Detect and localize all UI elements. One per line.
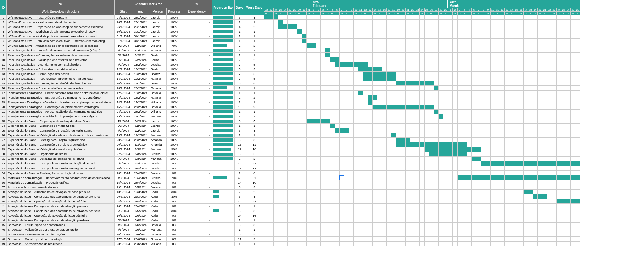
gantt-cell[interactable] <box>452 48 457 53</box>
gantt-cell[interactable] <box>372 57 377 62</box>
cell-workdays[interactable]: 5 <box>245 76 264 81</box>
gantt-cell[interactable] <box>481 171 486 175</box>
gantt-cell[interactable] <box>330 175 335 180</box>
gantt-cell[interactable] <box>514 24 519 29</box>
gantt-cell[interactable] <box>368 223 372 227</box>
gantt-cell[interactable] <box>547 213 552 218</box>
gantt-cell[interactable] <box>415 147 419 152</box>
gantt-cell[interactable] <box>523 24 528 29</box>
gantt-cell[interactable] <box>542 223 547 227</box>
gantt-cell[interactable] <box>273 152 278 156</box>
cell-days[interactable]: 1 <box>235 86 245 90</box>
cell-start[interactable]: 10/4/2024 <box>115 166 132 171</box>
gantt-cell[interactable] <box>523 123 528 128</box>
gantt-cell[interactable] <box>566 241 570 246</box>
gantt-cell[interactable] <box>519 156 523 161</box>
gantt-cell[interactable] <box>448 24 452 29</box>
gantt-cell[interactable] <box>320 194 325 199</box>
gantt-cell[interactable] <box>349 194 353 199</box>
cell-person[interactable]: Mariana <box>149 114 167 119</box>
gantt-cell[interactable] <box>561 20 566 24</box>
cell-id[interactable]: 32 <box>0 161 7 166</box>
gantt-cell[interactable] <box>297 218 302 223</box>
gantt-cell[interactable] <box>335 95 339 100</box>
gantt-cell[interactable] <box>325 100 330 105</box>
gantt-cell[interactable] <box>292 232 297 237</box>
gantt-cell[interactable] <box>429 105 434 109</box>
cell-id[interactable]: 18 <box>0 95 7 100</box>
gantt-cell[interactable] <box>335 53 339 57</box>
gantt-cell[interactable] <box>283 137 287 142</box>
gantt-cell[interactable] <box>396 29 401 34</box>
gantt-cell[interactable] <box>570 232 575 237</box>
gantt-cell[interactable] <box>504 241 509 246</box>
gantt-cell[interactable] <box>316 76 320 81</box>
gantt-cell[interactable] <box>377 48 382 53</box>
gantt-cell[interactable] <box>306 34 311 39</box>
gantt-cell[interactable] <box>443 213 448 218</box>
cell-end[interactable]: 7/2/2024 <box>132 57 149 62</box>
gantt-cell[interactable] <box>264 241 269 246</box>
gantt-cell[interactable] <box>476 152 481 156</box>
gantt-cell[interactable] <box>424 241 429 246</box>
cell-wbs[interactable]: Experiência do Stand – Acompanhamento da… <box>7 161 115 166</box>
cell-days[interactable]: 3 <box>235 15 245 20</box>
cell-days[interactable]: 12 <box>235 147 245 152</box>
gantt-cell[interactable] <box>396 161 401 166</box>
gantt-cell[interactable] <box>278 105 283 109</box>
gantt-cell[interactable] <box>316 241 320 246</box>
gantt-cell[interactable] <box>462 156 467 161</box>
gantt-cell[interactable] <box>405 171 410 175</box>
gantt-cell[interactable] <box>339 241 344 246</box>
gantt-cell[interactable] <box>363 161 368 166</box>
gantt-cell[interactable] <box>452 237 457 241</box>
gantt-cell[interactable] <box>429 237 434 241</box>
gantt-cell[interactable] <box>368 43 372 48</box>
cell-end[interactable]: 19/2/2024 <box>132 76 149 81</box>
gantt-cell[interactable] <box>377 114 382 119</box>
cell-end[interactable]: 15/4/2024 <box>132 175 149 180</box>
gantt-cell[interactable] <box>401 95 405 100</box>
gantt-cell[interactable] <box>481 175 486 180</box>
gantt-cell[interactable] <box>353 100 358 105</box>
gantt-cell[interactable] <box>481 114 486 119</box>
gantt-cell[interactable] <box>297 185 302 190</box>
gantt-cell[interactable] <box>561 133 566 137</box>
gantt-cell[interactable] <box>566 128 570 133</box>
gantt-cell[interactable] <box>443 199 448 204</box>
gantt-cell[interactable] <box>519 43 523 48</box>
gantt-cell[interactable] <box>434 171 438 175</box>
gantt-cell[interactable] <box>269 81 273 86</box>
gantt-cell[interactable] <box>325 81 330 86</box>
gantt-cell[interactable] <box>528 237 533 241</box>
gantt-cell[interactable] <box>528 109 533 114</box>
gantt-cell[interactable] <box>419 95 424 100</box>
gantt-cell[interactable] <box>349 95 353 100</box>
gantt-cell[interactable] <box>523 241 528 246</box>
gantt-cell[interactable] <box>269 218 273 223</box>
gantt-cell[interactable] <box>419 67 424 72</box>
gantt-cell[interactable] <box>448 100 452 105</box>
gantt-cell[interactable] <box>377 152 382 156</box>
gantt-cell[interactable] <box>339 194 344 199</box>
gantt-cell[interactable] <box>490 232 495 237</box>
gantt-cell[interactable] <box>504 90 509 95</box>
gantt-cell[interactable] <box>448 237 452 241</box>
gantt-cell[interactable] <box>419 204 424 208</box>
cell-start[interactable]: 15/4/2024 <box>115 180 132 185</box>
gantt-cell[interactable] <box>457 81 462 86</box>
gantt-cell[interactable] <box>438 237 443 241</box>
gantt-cell[interactable] <box>320 128 325 133</box>
gantt-cell[interactable] <box>335 156 339 161</box>
gantt-cell[interactable] <box>467 137 471 142</box>
gantt-cell[interactable] <box>401 147 405 152</box>
gantt-cell[interactable] <box>438 133 443 137</box>
cell-workdays[interactable]: 31 <box>245 175 264 180</box>
gantt-cell[interactable] <box>306 95 311 100</box>
gantt-cell[interactable] <box>566 109 570 114</box>
gantt-cell[interactable] <box>339 105 344 109</box>
gantt-cell[interactable] <box>396 185 401 190</box>
gantt-cell[interactable] <box>278 24 283 29</box>
gantt-cell[interactable] <box>424 190 429 194</box>
gantt-cell[interactable] <box>349 147 353 152</box>
